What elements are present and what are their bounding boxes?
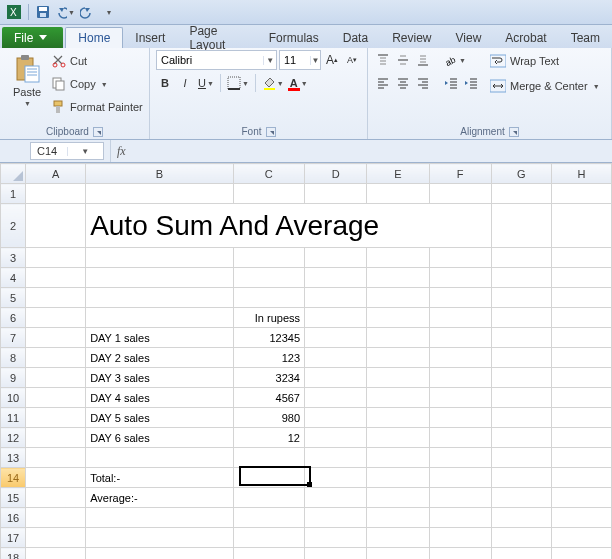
- cell-G3[interactable]: [491, 248, 551, 268]
- cell-E10[interactable]: [367, 388, 429, 408]
- cell-H9[interactable]: [551, 368, 611, 388]
- cell-G18[interactable]: [491, 548, 551, 560]
- cell-B2[interactable]: Auto Sum And Average: [86, 204, 492, 248]
- cell-G17[interactable]: [491, 528, 551, 548]
- cell-A1[interactable]: [26, 184, 86, 204]
- row-header-5[interactable]: 5: [1, 288, 26, 308]
- cell-F10[interactable]: [429, 388, 491, 408]
- row-header-10[interactable]: 10: [1, 388, 26, 408]
- cell-A8[interactable]: [26, 348, 86, 368]
- cell-G8[interactable]: [491, 348, 551, 368]
- cell-A7[interactable]: [26, 328, 86, 348]
- cell-D10[interactable]: [305, 388, 367, 408]
- chevron-down-icon[interactable]: ▼: [101, 81, 108, 88]
- cell-B3[interactable]: [86, 248, 233, 268]
- row-header-6[interactable]: 6: [1, 308, 26, 328]
- cell-D13[interactable]: [305, 448, 367, 468]
- column-header-E[interactable]: E: [367, 164, 429, 184]
- row-header-18[interactable]: 18: [1, 548, 26, 560]
- cell-H5[interactable]: [551, 288, 611, 308]
- cell-E18[interactable]: [367, 548, 429, 560]
- cell-B17[interactable]: [86, 528, 233, 548]
- chevron-down-icon[interactable]: ▼: [67, 147, 104, 156]
- tab-insert[interactable]: Insert: [123, 27, 177, 48]
- cell-F9[interactable]: [429, 368, 491, 388]
- cell-B16[interactable]: [86, 508, 233, 528]
- cell-B13[interactable]: [86, 448, 233, 468]
- decrease-indent-button[interactable]: [442, 73, 460, 93]
- cell-G13[interactable]: [491, 448, 551, 468]
- cell-C5[interactable]: [233, 288, 304, 308]
- cell-D16[interactable]: [305, 508, 367, 528]
- tab-acrobat[interactable]: Acrobat: [493, 27, 558, 48]
- cell-A18[interactable]: [26, 548, 86, 560]
- cell-G1[interactable]: [491, 184, 551, 204]
- tab-page-layout[interactable]: Page Layout: [177, 27, 256, 48]
- cell-H14[interactable]: [551, 468, 611, 488]
- cell-H11[interactable]: [551, 408, 611, 428]
- cell-A3[interactable]: [26, 248, 86, 268]
- fill-color-button[interactable]: ▼: [260, 73, 286, 93]
- cell-A10[interactable]: [26, 388, 86, 408]
- cell-D18[interactable]: [305, 548, 367, 560]
- cell-D14[interactable]: [305, 468, 367, 488]
- column-header-H[interactable]: H: [551, 164, 611, 184]
- cell-F6[interactable]: [429, 308, 491, 328]
- row-header-7[interactable]: 7: [1, 328, 26, 348]
- cut-button[interactable]: Cut: [52, 50, 143, 72]
- cell-B11[interactable]: DAY 5 sales: [86, 408, 233, 428]
- cell-D9[interactable]: [305, 368, 367, 388]
- increase-indent-button[interactable]: [462, 73, 480, 93]
- cell-E15[interactable]: [367, 488, 429, 508]
- chevron-down-icon[interactable]: ▼: [277, 80, 284, 87]
- dialog-launcher-alignment[interactable]: [509, 127, 519, 137]
- cell-D5[interactable]: [305, 288, 367, 308]
- cell-C14[interactable]: [233, 468, 304, 488]
- cell-F5[interactable]: [429, 288, 491, 308]
- font-name-combo[interactable]: ▼: [156, 50, 277, 70]
- row-header-1[interactable]: 1: [1, 184, 26, 204]
- file-tab[interactable]: File: [2, 27, 63, 48]
- cell-E9[interactable]: [367, 368, 429, 388]
- cell-H15[interactable]: [551, 488, 611, 508]
- cell-H4[interactable]: [551, 268, 611, 288]
- cell-B9[interactable]: DAY 3 sales: [86, 368, 233, 388]
- cell-E17[interactable]: [367, 528, 429, 548]
- row-header-8[interactable]: 8: [1, 348, 26, 368]
- cell-F1[interactable]: [429, 184, 491, 204]
- grow-font-button[interactable]: A▴: [323, 50, 341, 70]
- worksheet-grid[interactable]: ABCDEFGH12Auto Sum And Average3456In rup…: [0, 163, 612, 559]
- cell-C6[interactable]: In rupess: [233, 308, 304, 328]
- cell-H17[interactable]: [551, 528, 611, 548]
- underline-button[interactable]: U▼: [196, 73, 216, 93]
- cell-G6[interactable]: [491, 308, 551, 328]
- cell-F16[interactable]: [429, 508, 491, 528]
- cell-C11[interactable]: 980: [233, 408, 304, 428]
- tab-home[interactable]: Home: [65, 27, 123, 48]
- row-header-3[interactable]: 3: [1, 248, 26, 268]
- align-top-button[interactable]: [374, 50, 392, 70]
- cell-B6[interactable]: [86, 308, 233, 328]
- cell-G12[interactable]: [491, 428, 551, 448]
- merge-center-button[interactable]: Merge & Center ▼: [490, 75, 600, 97]
- cell-B10[interactable]: DAY 4 sales: [86, 388, 233, 408]
- cell-E12[interactable]: [367, 428, 429, 448]
- row-header-15[interactable]: 15: [1, 488, 26, 508]
- cell-H10[interactable]: [551, 388, 611, 408]
- cell-B12[interactable]: DAY 6 sales: [86, 428, 233, 448]
- cell-F13[interactable]: [429, 448, 491, 468]
- cell-G5[interactable]: [491, 288, 551, 308]
- cell-G2[interactable]: [491, 204, 551, 248]
- cell-C1[interactable]: [233, 184, 304, 204]
- cell-H2[interactable]: [551, 204, 611, 248]
- font-color-button[interactable]: A ▼: [288, 73, 310, 93]
- row-header-4[interactable]: 4: [1, 268, 26, 288]
- cell-B5[interactable]: [86, 288, 233, 308]
- cell-C12[interactable]: 12: [233, 428, 304, 448]
- cell-G7[interactable]: [491, 328, 551, 348]
- cell-A14[interactable]: [26, 468, 86, 488]
- cell-F12[interactable]: [429, 428, 491, 448]
- tab-team[interactable]: Team: [559, 27, 612, 48]
- cell-G14[interactable]: [491, 468, 551, 488]
- column-header-A[interactable]: A: [26, 164, 86, 184]
